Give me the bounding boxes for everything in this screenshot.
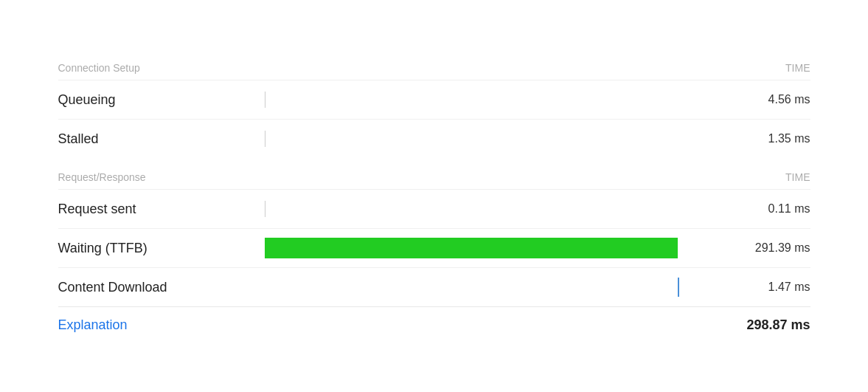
queueing-time: 4.56 ms [722, 93, 810, 106]
connection-setup-label: Connection Setup [58, 62, 140, 74]
waiting-ttfb-row: Waiting (TTFB) 291.39 ms [58, 228, 810, 267]
stalled-tick [265, 131, 265, 147]
request-sent-time: 0.11 ms [722, 202, 810, 216]
request-response-label: Request/Response [58, 171, 146, 183]
waiting-ttfb-bar-area [265, 236, 722, 260]
waiting-ttfb-green-bar [265, 238, 678, 258]
total-time: 298.87 ms [722, 317, 810, 333]
stalled-row: Stalled 1.35 ms [58, 119, 810, 158]
content-download-label: Content Download [58, 280, 265, 295]
queueing-tick [265, 92, 265, 108]
content-download-row: Content Download 1.47 ms [58, 267, 810, 306]
stalled-time: 1.35 ms [722, 132, 810, 145]
connection-setup-header: Connection Setup TIME [58, 56, 810, 80]
request-sent-tick [265, 201, 265, 217]
stalled-label: Stalled [58, 131, 265, 147]
content-download-bar-area [265, 275, 722, 299]
stalled-bar-area [265, 127, 722, 151]
queueing-row: Queueing 4.56 ms [58, 80, 810, 119]
waiting-ttfb-label: Waiting (TTFB) [58, 241, 265, 256]
footer-row: Explanation 298.87 ms [58, 306, 810, 336]
explanation-link[interactable]: Explanation [58, 317, 128, 333]
connection-setup-time-col: TIME [737, 62, 810, 74]
request-sent-label: Request sent [58, 202, 265, 217]
request-response-header: Request/Response TIME [58, 165, 810, 189]
queueing-label: Queueing [58, 92, 265, 108]
waiting-ttfb-time: 291.39 ms [722, 241, 810, 255]
content-download-blue-tick [678, 278, 679, 297]
timing-breakdown: Connection Setup TIME Queueing 4.56 ms S… [29, 41, 840, 351]
request-sent-row: Request sent 0.11 ms [58, 189, 810, 228]
content-download-time: 1.47 ms [722, 281, 810, 294]
request-sent-bar-area [265, 197, 722, 221]
request-response-time-col: TIME [737, 171, 810, 183]
queueing-bar-area [265, 88, 722, 111]
